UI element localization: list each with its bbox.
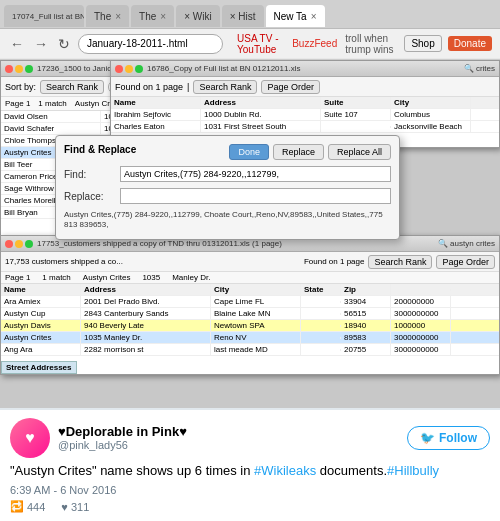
win2-page-order[interactable]: Page Order <box>261 80 320 94</box>
cell-zip: 33904 <box>341 296 391 307</box>
like-action[interactable]: ♥ 311 <box>61 501 89 513</box>
like-icon: ♥ <box>61 501 68 513</box>
tweet-timestamp: 6:39 AM - 6 Nov 2016 <box>10 484 490 496</box>
min-dot-4[interactable] <box>15 240 23 248</box>
street-addresses-label: Street Addresses <box>1 361 77 374</box>
cell-city-highlight: Newtown SPA <box>211 320 301 331</box>
tab-hist[interactable]: × Hist <box>222 5 264 27</box>
url-input[interactable] <box>78 34 223 54</box>
cell-name-crites: Austyn Crites <box>1 332 81 343</box>
tab-1[interactable]: 17074_Full list at BN 0121... × <box>4 5 84 27</box>
shop-button[interactable]: Shop <box>404 35 441 52</box>
done-button[interactable]: Done <box>229 144 269 160</box>
retweet-icon: 🔁 <box>10 500 24 513</box>
close-dot-2[interactable] <box>115 65 123 73</box>
tab-2[interactable]: The × <box>86 5 129 27</box>
tab-wiki[interactable]: × Wiki <box>176 5 220 27</box>
close-dot-4[interactable] <box>5 240 13 248</box>
win4-page: Page 1 <box>5 273 30 282</box>
tabs-bar: 17074_Full list at BN 0121... × The × Th… <box>0 0 500 28</box>
min-dot[interactable] <box>15 65 23 73</box>
forward-button[interactable]: → <box>32 36 50 52</box>
donate-button[interactable]: Donate <box>448 36 492 51</box>
cell-extra: 3000000000 <box>391 308 451 319</box>
win4-order-btn[interactable]: Page Order <box>436 255 495 269</box>
win4-addr-col: 1035 <box>142 273 160 282</box>
cell-city: Cape Lime FL <box>211 296 301 307</box>
cell-extra: 3000000000 <box>391 344 451 355</box>
tweet-text-part1: "Austyn Crites" name shows up 6 times in <box>10 463 254 478</box>
win1-page: Page 1 <box>5 99 30 108</box>
back-button[interactable]: ← <box>8 36 26 52</box>
tweet-hillbully-link[interactable]: #Hillbully <box>387 463 439 478</box>
replace-all-button[interactable]: Replace All <box>328 144 391 160</box>
win2-content: Name Address Suite City Ibrahim Sejfovic… <box>111 97 499 133</box>
replace-input[interactable] <box>120 188 391 204</box>
table-row-crites: Austyn Crites 1035 Manley Dr. Reno NV 89… <box>1 332 499 344</box>
buzzfeed-label: BuzzFeed <box>292 38 337 49</box>
win4-name-col: Austyn Crites <box>83 273 131 282</box>
col-addr: Address <box>201 97 321 108</box>
win4-found: Found on 1 page <box>304 257 365 266</box>
tweet-wikileaks-link[interactable]: #Wikileaks <box>254 463 316 478</box>
col-city: City <box>391 97 471 108</box>
tab-1-label: 17074_Full list at BN 0121... <box>12 12 84 21</box>
cell-state-highlight <box>301 325 341 327</box>
win2-found: Found on 1 page <box>115 82 183 92</box>
replace-button[interactable]: Replace <box>273 144 324 160</box>
col-addr: Address <box>81 284 211 295</box>
win2-toolbar: Found on 1 page | Search Rank Page Order <box>111 77 499 97</box>
cell-city: Blaine Lake MN <box>211 308 301 319</box>
win4-page-info: Page 1 1 match Austyn Crites 1035 Manley… <box>1 272 499 284</box>
col-name: Name <box>1 284 81 295</box>
cell-addr: 2282 morrison st <box>81 344 211 355</box>
cell-extra-highlight: 1000000 <box>391 320 451 331</box>
tab-new-close[interactable]: × <box>311 11 317 22</box>
win1-search-rank-btn[interactable]: Search Rank <box>40 80 104 94</box>
win4-content: Name Address City State Zip Ara Amiex 20… <box>1 284 499 356</box>
tab-2-close[interactable]: × <box>115 11 121 22</box>
retweet-action[interactable]: 🔁 444 <box>10 500 45 513</box>
tweet-actions: 🔁 444 ♥ 311 <box>10 500 490 513</box>
win4-header: Name Address City State Zip <box>1 284 499 296</box>
cell-state <box>301 313 341 315</box>
cell-name-highlight: Austyn Davis <box>1 320 81 331</box>
tab-3[interactable]: The × <box>131 5 174 27</box>
cell-zip: 20755 <box>341 344 391 355</box>
min-dot-2[interactable] <box>125 65 133 73</box>
retweet-count: 444 <box>27 501 45 513</box>
cell-name: David Schafer <box>1 123 101 134</box>
win4-title: 17753_customers shipped a copy of TND th… <box>37 239 282 248</box>
follow-button[interactable]: 🐦 Follow <box>407 426 490 450</box>
win2-sep: | <box>187 82 189 92</box>
troll-label: troll when trump wins <box>345 33 398 55</box>
youtube-label: USA TV - YouTube <box>237 33 284 55</box>
win2-header: Name Address Suite City <box>111 97 499 109</box>
max-dot-4[interactable] <box>25 240 33 248</box>
cell-name: Ara Amiex <box>1 296 81 307</box>
tweet-username: ♥Deplorable in Pink♥ <box>58 424 399 439</box>
find-input[interactable] <box>120 166 391 182</box>
cell-addr: 1031 First Street South <box>201 121 321 132</box>
reload-button[interactable]: ↻ <box>56 36 72 52</box>
tweet-container: ♥ ♥Deplorable in Pink♥ @pink_lady56 🐦 Fo… <box>0 408 500 521</box>
close-dot[interactable] <box>5 65 13 73</box>
tweet-text-part2: documents. <box>316 463 387 478</box>
max-dot[interactable] <box>25 65 33 73</box>
avatar-emoji: ♥ <box>25 429 35 447</box>
table-row: Ibrahim Sejfovic 1000 Dublin Rd. Suite 1… <box>111 109 499 121</box>
main-area: 17236_1500 to Janice at BN 01180/2011.xl… <box>0 60 500 521</box>
max-dot-2[interactable] <box>135 65 143 73</box>
cell-zip-highlight: 18940 <box>341 320 391 331</box>
tab-2-label: The <box>94 11 111 22</box>
table-row-highlight: Austyn Davis 940 Beverly Late Newtown SP… <box>1 320 499 332</box>
cell-state-crites <box>301 337 341 339</box>
cell-suite <box>321 126 391 128</box>
tab-3-close[interactable]: × <box>160 11 166 22</box>
cell-name: Austyn Cup <box>1 308 81 319</box>
win4-rank-btn[interactable]: Search Rank <box>368 255 432 269</box>
cell-name: Charles Eaton <box>111 121 201 132</box>
tab-new[interactable]: New Ta × <box>266 5 325 27</box>
cell-zip: 56515 <box>341 308 391 319</box>
win2-search-rank[interactable]: Search Rank <box>193 80 257 94</box>
